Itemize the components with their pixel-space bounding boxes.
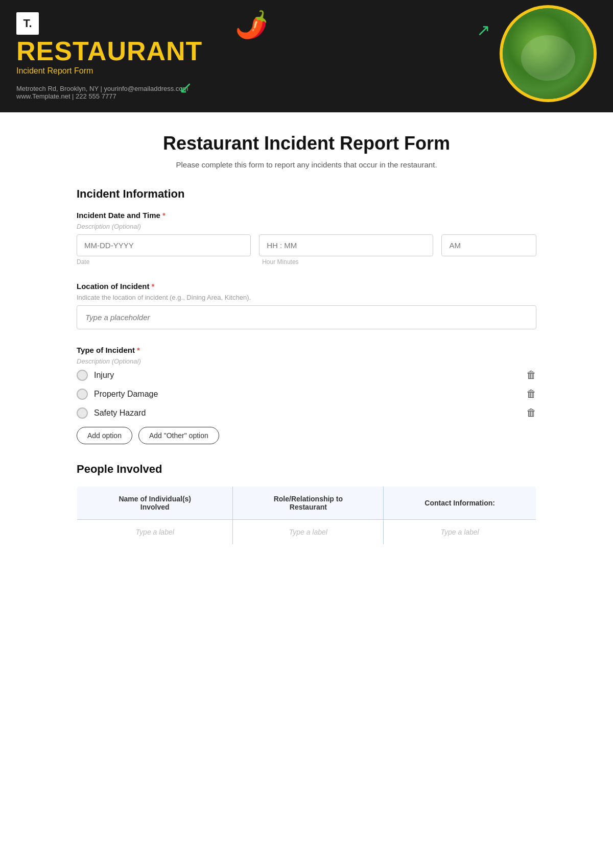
table-header-name: Name of Individual(s)Involved xyxy=(77,487,233,520)
location-required: * xyxy=(152,282,155,291)
delete-property-damage-icon[interactable]: 🗑 xyxy=(526,388,536,400)
location-hint: Indicate the location of incident (e.g.,… xyxy=(77,294,536,301)
logo-box: T. xyxy=(16,12,39,35)
radio-property-damage-label: Property Damage xyxy=(94,390,158,399)
date-input[interactable] xyxy=(77,234,251,256)
curl-icon: ↗ xyxy=(477,20,490,40)
main-content: Restaurant Incident Report Form Please c… xyxy=(26,112,587,584)
location-input[interactable] xyxy=(77,305,536,329)
add-other-option-button[interactable]: Add "Other" option xyxy=(138,427,219,444)
type-description: Description (Optional) xyxy=(77,357,536,365)
restaurant-title: RESTAURANT xyxy=(16,38,202,64)
header: T. RESTAURANT Incident Report Form Metro… xyxy=(0,0,613,112)
food-image xyxy=(500,5,597,102)
radio-safety-hazard-label: Safety Hazard xyxy=(94,408,146,418)
radio-safety-hazard[interactable] xyxy=(77,407,88,419)
delete-safety-hazard-icon[interactable]: 🗑 xyxy=(526,407,536,419)
incident-info-heading: Incident Information xyxy=(77,187,536,201)
radio-option-property-damage: Property Damage 🗑 xyxy=(77,388,536,400)
table-row: Type a label Type a label Type a label xyxy=(77,520,536,545)
people-involved-heading: People Involved xyxy=(77,463,536,476)
type-label: Type of Incident * xyxy=(77,346,536,354)
table-header-contact: Contact Information: xyxy=(384,487,536,520)
datetime-sublabels: Date Hour Minutes xyxy=(77,258,536,266)
people-table: Name of Individual(s)Involved Role/Relat… xyxy=(77,486,536,545)
chili-icon: 🌶️ xyxy=(235,9,268,40)
table-cell-contact[interactable]: Type a label xyxy=(384,520,536,545)
location-field: Location of Incident * Indicate the loca… xyxy=(77,282,536,329)
date-time-description: Description (Optional) xyxy=(77,223,536,230)
table-cell-role[interactable]: Type a label xyxy=(233,520,384,545)
radio-injury-label: Injury xyxy=(94,371,114,380)
date-sublabel: Date xyxy=(77,258,254,266)
radio-option-safety-hazard: Safety Hazard 🗑 xyxy=(77,407,536,419)
form-title: Restaurant Incident Report Form xyxy=(77,133,536,154)
people-involved-section: People Involved Name of Individual(s)Inv… xyxy=(77,463,536,545)
logo-area: T. RESTAURANT Incident Report Form xyxy=(16,12,202,76)
table-header-role: Role/Relationship toRestaurant xyxy=(233,487,384,520)
time-input[interactable] xyxy=(259,234,433,256)
location-label: Location of Incident * xyxy=(77,282,536,291)
radio-property-damage[interactable] xyxy=(77,389,88,400)
ampm-input[interactable] xyxy=(441,234,536,256)
required-marker: * xyxy=(162,211,166,220)
date-time-label: Incident Date and Time * xyxy=(77,211,536,220)
datetime-inputs xyxy=(77,234,536,256)
add-option-buttons: Add option Add "Other" option xyxy=(77,427,536,444)
form-subtitle: Please complete this form to report any … xyxy=(77,160,536,169)
delete-injury-icon[interactable]: 🗑 xyxy=(526,369,536,381)
type-required: * xyxy=(137,346,140,354)
form-label: Incident Report Form xyxy=(16,66,202,76)
table-header-row: Name of Individual(s)Involved Role/Relat… xyxy=(77,487,536,520)
radio-option-injury: Injury 🗑 xyxy=(77,369,536,381)
type-of-incident-field: Type of Incident * Description (Optional… xyxy=(77,346,536,444)
add-option-button[interactable]: Add option xyxy=(77,427,132,444)
table-cell-name[interactable]: Type a label xyxy=(77,520,233,545)
arrow-icon: ↙ xyxy=(179,78,193,97)
incident-info-section: Incident Information Incident Date and T… xyxy=(77,187,536,444)
time-sublabel: Hour Minutes xyxy=(262,258,439,266)
radio-injury[interactable] xyxy=(77,370,88,381)
date-time-field: Incident Date and Time * Description (Op… xyxy=(77,211,536,266)
